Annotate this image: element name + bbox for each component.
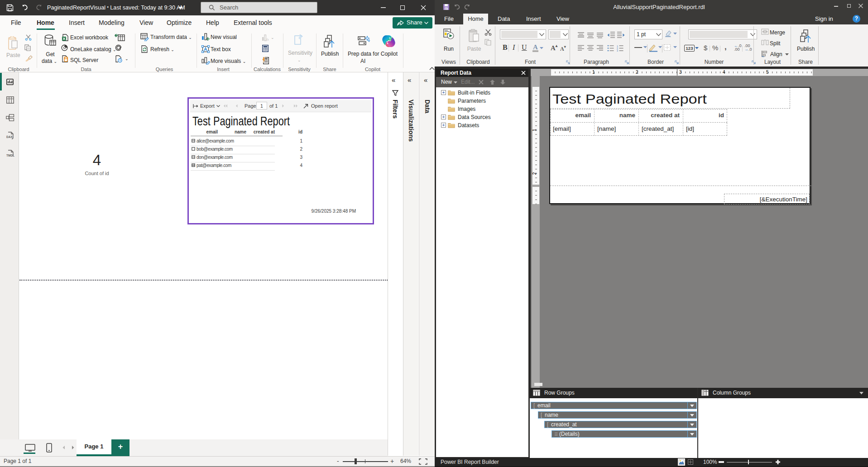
svg-text:TMDL: TMDL [6,154,14,157]
svg-text:3: 3 [617,49,618,52]
svg-text:DAX: DAX [6,135,13,138]
svg-text:fx: fx [266,38,269,41]
